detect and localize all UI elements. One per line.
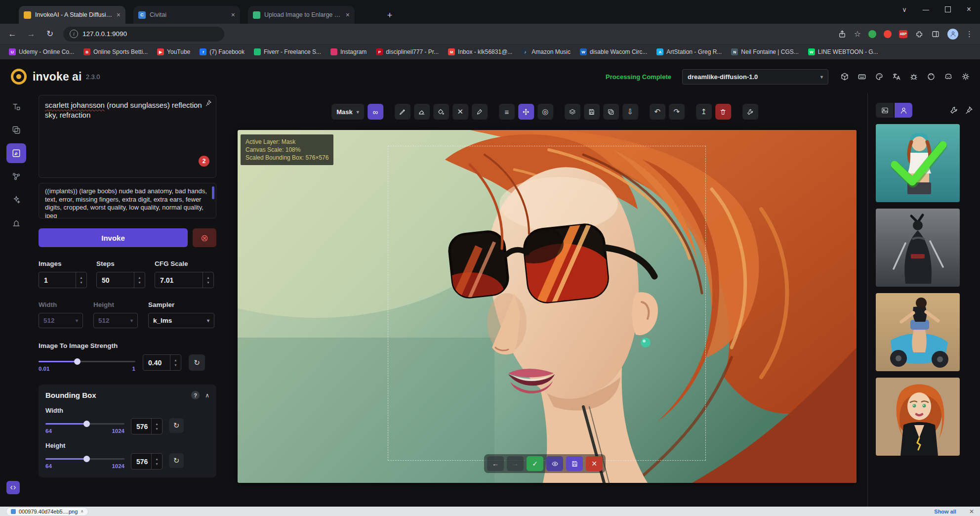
gallery-settings-icon[interactable] bbox=[949, 106, 958, 115]
extension-green-icon[interactable] bbox=[868, 30, 876, 38]
strength-stepper[interactable]: ▲▼ bbox=[170, 355, 181, 370]
tab-close-icon[interactable]: × bbox=[231, 11, 235, 19]
bbox-height-input[interactable]: 576 ▲▼ bbox=[131, 453, 163, 470]
upload-image-button[interactable]: ↥ bbox=[696, 104, 712, 120]
save-staging-button[interactable] bbox=[566, 456, 583, 471]
bbox-height-reset-button[interactable]: ↻ bbox=[169, 453, 184, 468]
bug-report-icon[interactable] bbox=[909, 72, 918, 81]
brush-tool-button[interactable] bbox=[395, 104, 410, 120]
next-image-button[interactable]: → bbox=[507, 456, 524, 471]
model-select[interactable]: dreamlike-diffusion-1.0 ▾ bbox=[682, 69, 828, 85]
fill-tool-button[interactable] bbox=[433, 104, 449, 120]
tab-close-icon[interactable]: × bbox=[117, 11, 121, 19]
window-maximize-icon[interactable] bbox=[945, 6, 951, 12]
browser-menu-icon[interactable]: ⋮ bbox=[966, 30, 973, 39]
bookmark-item[interactable]: f(7) Facebook bbox=[200, 48, 245, 55]
prompt-input[interactable]: scarlett johansson (round sunglasses) re… bbox=[39, 95, 216, 178]
bookmark-item[interactable]: AArtStation - Greg R... bbox=[656, 48, 722, 55]
scrollbar-thumb[interactable] bbox=[212, 186, 214, 199]
bookmark-item[interactable]: ♪Amazon Music bbox=[522, 48, 571, 55]
extension-abp-icon[interactable]: ABP bbox=[899, 30, 907, 38]
language-icon[interactable] bbox=[892, 72, 901, 81]
tab-image-to-image[interactable] bbox=[6, 120, 26, 140]
url-bar[interactable]: i 127.0.0.1:9090 bbox=[63, 27, 224, 42]
bookmark-item[interactable]: Instagram bbox=[330, 48, 367, 55]
bookmark-item[interactable]: Pdisciplineil777 - Pr... bbox=[376, 48, 439, 55]
canvas-settings-button[interactable] bbox=[742, 104, 758, 120]
bookmark-item[interactable]: MInbox - klk56831@... bbox=[448, 48, 512, 55]
theme-icon[interactable] bbox=[875, 72, 884, 81]
pin-gallery-icon[interactable] bbox=[964, 106, 973, 115]
undo-button[interactable]: ↶ bbox=[650, 104, 665, 120]
discord-icon[interactable] bbox=[944, 72, 953, 81]
share-icon[interactable] bbox=[838, 30, 847, 39]
cancel-button[interactable]: ⊗ bbox=[193, 228, 216, 247]
gallery-thumbnail[interactable] bbox=[876, 209, 960, 287]
window-menu-icon[interactable]: ∨ bbox=[902, 6, 907, 13]
negative-prompt-input[interactable]: ((implants)) (large boobs) nude bad anat… bbox=[39, 183, 216, 218]
pin-icon[interactable] bbox=[204, 99, 212, 107]
bookmark-item[interactable]: BOnline Sports Betti... bbox=[83, 48, 148, 55]
bbox-height-stepper[interactable]: ▲▼ bbox=[151, 454, 162, 469]
bbox-width-input[interactable]: 576 ▲▼ bbox=[131, 418, 163, 434]
color-picker-button[interactable] bbox=[472, 104, 488, 120]
strength-slider[interactable]: 0.011 bbox=[39, 354, 135, 372]
download-menu-caret-icon[interactable]: ∧ bbox=[81, 509, 83, 514]
tab-upload-image[interactable]: Upload Image to Enlarge & Enha × bbox=[248, 6, 355, 24]
cfg-scale-stepper[interactable]: ▲▼ bbox=[203, 272, 213, 288]
download-image-button[interactable]: ⇩ bbox=[622, 104, 638, 120]
gallery-images-toggle[interactable] bbox=[876, 103, 894, 118]
images-input[interactable]: 1 ▲▼ bbox=[39, 272, 87, 288]
brush-options-button[interactable]: ≡ bbox=[499, 104, 515, 120]
previous-image-button[interactable]: ← bbox=[487, 456, 504, 471]
hotkeys-icon[interactable] bbox=[858, 72, 866, 81]
show-hide-staging-button[interactable] bbox=[546, 456, 563, 471]
accept-image-button[interactable]: ✓ bbox=[527, 456, 543, 471]
strength-reset-button[interactable]: ↻ bbox=[189, 354, 205, 371]
collapse-icon[interactable]: ∧ bbox=[205, 392, 209, 399]
bookmark-item[interactable]: UUdemy - Online Co... bbox=[9, 48, 74, 55]
settings-gear-icon[interactable] bbox=[961, 72, 970, 81]
back-icon[interactable]: ← bbox=[7, 29, 18, 39]
new-tab-button[interactable]: + bbox=[383, 9, 396, 22]
gallery-thumbnail[interactable] bbox=[876, 293, 960, 371]
bookmark-item[interactable]: NNeil Fontaine | CGS... bbox=[731, 48, 799, 55]
steps-input[interactable]: 50 ▲▼ bbox=[96, 272, 145, 288]
bookmark-item[interactable]: Wdisable Wacom Circ... bbox=[580, 48, 647, 55]
bbox-height-slider[interactable]: 641024 bbox=[45, 453, 124, 469]
github-icon[interactable] bbox=[927, 72, 936, 81]
strength-slider-handle[interactable] bbox=[74, 358, 81, 365]
steps-stepper[interactable]: ▲▼ bbox=[134, 272, 145, 288]
tab-civitai[interactable]: C Civitai × bbox=[133, 6, 240, 24]
toggle-console-button[interactable] bbox=[6, 481, 20, 494]
help-icon[interactable]: ? bbox=[191, 391, 200, 399]
bbox-height-slider-handle[interactable] bbox=[83, 456, 90, 462]
clear-mask-button[interactable]: ✕ bbox=[452, 104, 468, 120]
reload-icon[interactable]: ↻ bbox=[44, 29, 55, 39]
tab-postprocessing[interactable] bbox=[6, 190, 26, 210]
save-to-gallery-button[interactable] bbox=[584, 104, 600, 120]
copy-image-button[interactable] bbox=[603, 104, 619, 120]
bookmark-item[interactable]: Fiverr - Freelance S... bbox=[254, 48, 321, 55]
bbox-width-reset-button[interactable]: ↻ bbox=[169, 418, 184, 433]
site-info-icon[interactable]: i bbox=[70, 30, 78, 38]
clear-canvas-button[interactable] bbox=[715, 104, 731, 120]
layer-select[interactable]: Mask ▾ bbox=[331, 104, 364, 120]
tab-text-to-image[interactable] bbox=[6, 97, 26, 117]
download-item[interactable]: 000979.40d74eb5....png ∧ bbox=[6, 507, 88, 516]
window-close-icon[interactable]: × bbox=[967, 5, 971, 14]
extensions-puzzle-icon[interactable] bbox=[915, 30, 924, 39]
sampler-select[interactable]: k_lms▾ bbox=[148, 313, 214, 328]
extension-red-icon[interactable] bbox=[884, 30, 892, 38]
sidebar-toggle-icon[interactable] bbox=[931, 30, 940, 39]
merge-layers-button[interactable] bbox=[565, 104, 580, 120]
show-all-downloads-button[interactable]: Show all bbox=[934, 509, 956, 515]
tab-close-icon[interactable]: × bbox=[346, 11, 350, 19]
model-manager-icon[interactable] bbox=[840, 72, 849, 81]
tab-nodes[interactable] bbox=[6, 167, 26, 186]
width-select[interactable]: 512▾ bbox=[39, 313, 83, 328]
bookmark-star-icon[interactable]: ☆ bbox=[854, 29, 861, 39]
discard-image-button[interactable]: ✕ bbox=[586, 456, 603, 471]
tab-training[interactable] bbox=[6, 213, 26, 233]
gallery-thumbnail[interactable] bbox=[876, 378, 960, 456]
